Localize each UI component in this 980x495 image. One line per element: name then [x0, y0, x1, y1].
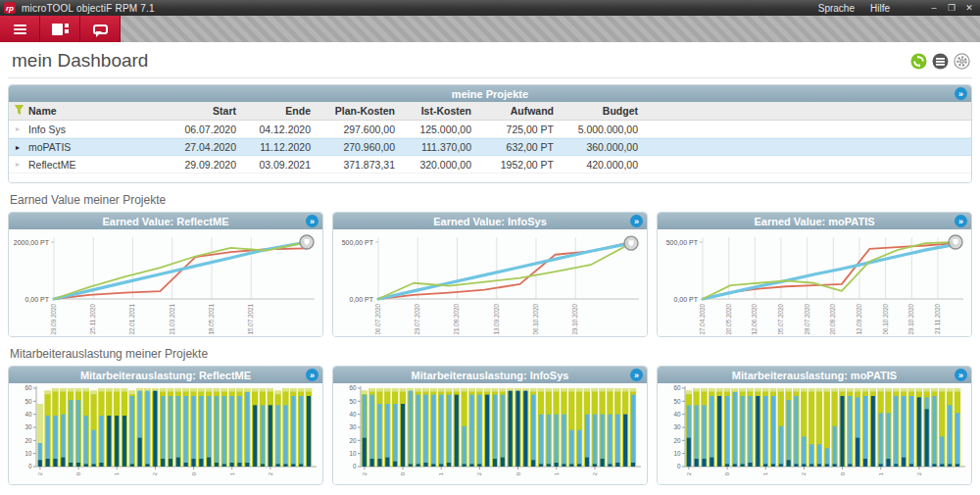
gear-icon — [954, 53, 970, 70]
ma-infosys-chart: 01020304050602012012 — [335, 384, 643, 482]
ma-infosys-title: Mitarbeiterauslastung: InfoSys — [412, 370, 569, 381]
feedback-button[interactable] — [80, 16, 121, 42]
list-button[interactable] — [932, 53, 949, 70]
table-cell: 111.370,00 — [401, 141, 477, 153]
svg-text:40: 40 — [24, 411, 32, 418]
svg-text:2: 2 — [268, 471, 273, 475]
svg-text:0: 0 — [353, 463, 357, 470]
ev-reflectme-title: Earned Value: ReflectME — [103, 216, 229, 227]
svg-text:21.11.2020: 21.11.2020 — [934, 304, 941, 334]
col-name[interactable]: Name — [26, 105, 144, 117]
ma-reflectme-panel: Mitarbeiterauslastung: ReflectME » 01020… — [8, 366, 323, 485]
svg-text:0: 0 — [191, 471, 197, 475]
refresh-button[interactable] — [910, 53, 927, 70]
ma-infosys-panel: Mitarbeiterauslastung: InfoSys » 0102030… — [332, 366, 648, 485]
svg-text:500,00 PT: 500,00 PT — [666, 239, 699, 246]
row-arrow-icon: ▸ — [9, 160, 26, 169]
minimize-icon[interactable]: – — [929, 3, 939, 13]
table-cell: 297.600,00 — [317, 124, 401, 135]
views-button[interactable] — [40, 16, 80, 42]
svg-text:12.09.2020: 12.09.2020 — [856, 304, 862, 334]
svg-text:0: 0 — [400, 471, 406, 475]
svg-text:0: 0 — [515, 471, 521, 475]
svg-text:15.07.2021: 15.07.2021 — [247, 304, 254, 334]
col-aufwand[interactable]: Aufwand — [477, 105, 560, 117]
svg-text:2: 2 — [801, 471, 807, 475]
table-cell: 320.000,00 — [401, 159, 477, 171]
svg-text:60: 60 — [673, 384, 681, 391]
svg-text:20.08.2020: 20.08.2020 — [829, 304, 836, 334]
page-title: mein Dashboard — [12, 50, 910, 72]
ma-mopatis-chart: 01020304050602012012 — [660, 384, 967, 482]
expand-button[interactable]: » — [955, 87, 967, 100]
svg-text:06.10.2020: 06.10.2020 — [882, 304, 889, 334]
ma-mopatis-panel: Mitarbeiterauslastung: moPATIS » 0102030… — [657, 366, 972, 485]
expand-button[interactable]: » — [955, 369, 967, 381]
refresh-icon — [910, 53, 927, 70]
menu-sprache[interactable]: Sprache — [818, 3, 855, 14]
svg-text:1: 1 — [878, 471, 884, 475]
list-icon — [932, 53, 949, 70]
svg-text:1: 1 — [229, 471, 235, 475]
svg-text:29.10.2020: 29.10.2020 — [571, 304, 578, 334]
ev-infosys-title: Earned Value: InfoSys — [433, 216, 547, 227]
close-icon[interactable]: ✕ — [964, 3, 974, 13]
col-ist-kosten[interactable]: Ist-Kosten — [401, 105, 477, 117]
settings-button[interactable] — [954, 53, 970, 70]
svg-text:30: 30 — [24, 423, 32, 430]
section-auslastung: Mitarbeiterauslastung meiner Projekte — [10, 347, 972, 361]
svg-text:30: 30 — [673, 423, 681, 430]
svg-text:0,00 PT: 0,00 PT — [349, 296, 373, 303]
col-budget[interactable]: Budget — [560, 105, 644, 117]
table-cell: 632,00 PT — [477, 141, 560, 153]
expand-button[interactable]: » — [306, 215, 318, 227]
svg-text:2: 2 — [152, 471, 158, 475]
projects-panel-title: meine Projekte — [452, 88, 528, 100]
ma-mopatis-title: Mitarbeiterauslastung: moPATIS — [732, 370, 897, 381]
svg-text:29.10.2020: 29.10.2020 — [907, 304, 914, 334]
svg-text:0: 0 — [75, 471, 81, 475]
svg-text:20: 20 — [349, 437, 357, 444]
table-cell: 06.07.2020 — [144, 124, 242, 135]
menu-hilfe[interactable]: Hilfe — [870, 3, 890, 14]
table-cell: 360.000,00 — [560, 141, 644, 153]
table-row[interactable]: ▸Info Sys06.07.202004.12.2020297.600,001… — [9, 121, 971, 138]
col-plan-kosten[interactable]: Plan-Kosten — [317, 105, 401, 117]
col-start[interactable]: Start — [144, 105, 242, 117]
col-ende[interactable]: Ende — [242, 105, 317, 117]
svg-text:2: 2 — [476, 471, 482, 475]
table-cell: 125.000,00 — [401, 124, 477, 135]
table-cell: 29.09.2020 — [144, 159, 242, 171]
svg-text:10: 10 — [24, 450, 32, 457]
svg-text:40: 40 — [349, 411, 357, 418]
ev-mopatis-panel: Earned Value: moPATIS » 27.04.202020.05.… — [657, 212, 972, 337]
table-row[interactable]: ▸ReflectME29.09.202003.09.2021371.873,31… — [9, 156, 971, 173]
table-cell: 11.12.2020 — [242, 141, 317, 153]
svg-text:0: 0 — [840, 471, 846, 475]
svg-text:1: 1 — [114, 471, 120, 475]
expand-button[interactable]: » — [955, 215, 967, 227]
svg-text:06.10.2020: 06.10.2020 — [532, 304, 539, 334]
table-cell: 725,00 PT — [477, 124, 560, 135]
projects-table-body: ▸Info Sys06.07.202004.12.2020297.600,001… — [9, 121, 971, 173]
table-cell: 371.873,31 — [317, 159, 401, 171]
svg-text:29.09.2020: 29.09.2020 — [50, 304, 57, 334]
svg-text:10: 10 — [673, 450, 681, 457]
table-cell: Info Sys — [26, 124, 144, 135]
filter-icon[interactable] — [9, 105, 26, 117]
table-row[interactable]: ▸moPATIS27.04.202011.12.2020270.960,0011… — [9, 138, 971, 156]
restore-icon[interactable]: ❐ — [947, 3, 956, 13]
main-menu-button[interactable] — [0, 16, 40, 42]
svg-text:0: 0 — [677, 463, 681, 470]
svg-text:40: 40 — [673, 411, 681, 418]
svg-text:2: 2 — [916, 471, 922, 475]
section-earned-value: Earned Value meiner Projekte — [10, 193, 972, 207]
svg-text:0,00 PT: 0,00 PT — [24, 296, 49, 303]
svg-text:05.07.2020: 05.07.2020 — [777, 304, 784, 334]
expand-button[interactable]: » — [306, 369, 318, 381]
expand-button[interactable]: » — [630, 215, 643, 227]
expand-button[interactable]: » — [630, 369, 643, 381]
svg-text:0: 0 — [28, 463, 32, 470]
app-logo-icon: rp — [4, 2, 16, 14]
svg-text:1: 1 — [762, 471, 768, 475]
